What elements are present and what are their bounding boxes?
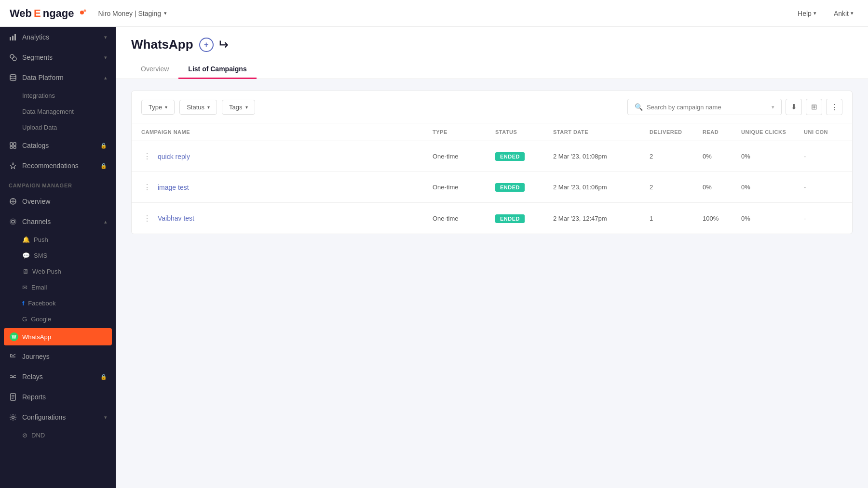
sidebar-item-analytics[interactable]: Analytics ▾ [0, 27, 116, 47]
table-row: ⋮ Vaibhav test One-time ENDED 2 Mar '23,… [132, 203, 852, 234]
sidebar-item-relays[interactable]: Relays 🔒 [0, 367, 116, 387]
export-button[interactable]: ⊞ [806, 99, 822, 115]
relays-icon [9, 372, 17, 381]
search-area: 🔍 ▾ ⬇ ⊞ ⋮ [627, 99, 842, 115]
catalogs-lock-icon: 🔒 [100, 143, 107, 149]
svg-point-1 [83, 9, 86, 12]
campaign-uni-con: - [804, 215, 842, 222]
campaign-status: ENDED [495, 152, 553, 161]
sidebar-item-label: SMS [34, 252, 47, 259]
download-button[interactable]: ⬇ [786, 99, 802, 115]
analytics-icon [9, 33, 17, 41]
sidebar-item-catalogs[interactable]: Catalogs 🔒 [0, 135, 116, 156]
campaign-link[interactable]: image test [158, 184, 189, 191]
sidebar-item-facebook[interactable]: f Facebook [0, 295, 116, 311]
overview-icon [9, 197, 17, 206]
type-filter-button[interactable]: Type ▾ [141, 100, 175, 115]
sidebar-item-overview[interactable]: Overview [0, 191, 116, 211]
data-platform-chevron-icon: ▴ [104, 75, 107, 81]
svg-rect-10 [10, 146, 13, 148]
sidebar-item-label: DND [31, 432, 45, 439]
sidebar-item-configurations[interactable]: Configurations ▾ [0, 407, 116, 427]
sidebar-item-web-push[interactable]: 🖥 Web Push [0, 264, 116, 279]
campaign-manager-label: CAMPAIGN MANAGER [0, 176, 116, 191]
channels-chevron-icon: ▴ [104, 219, 107, 225]
search-chevron-icon: ▾ [772, 104, 774, 110]
campaign-name-cell: ⋮ quick reply [141, 150, 433, 163]
col-read: READ [703, 129, 741, 135]
page-header: WhatsApp + ↵ Overview List of Campaigns [116, 27, 868, 79]
tags-filter-label: Tags [229, 104, 242, 111]
channels-icon [9, 217, 17, 226]
logo: Web E ngage [10, 7, 87, 20]
svg-point-16 [12, 220, 14, 223]
help-button[interactable]: Help ▾ [793, 7, 821, 20]
configurations-icon [9, 413, 17, 422]
main-content: WhatsApp + ↵ Overview List of Campaigns … [116, 27, 868, 488]
sidebar-item-data-platform[interactable]: Data Platform ▴ [0, 67, 116, 88]
sidebar-item-label: Facebook [28, 300, 55, 307]
sidebar-item-data-management[interactable]: Data Management [0, 104, 116, 119]
sidebar-item-label: Journeys [22, 353, 50, 360]
tags-filter-chevron-icon: ▾ [245, 105, 248, 110]
svg-point-17 [10, 219, 16, 224]
relays-lock-icon: 🔒 [100, 374, 107, 380]
sidebar-item-reports[interactable]: Reports [0, 387, 116, 407]
email-icon: ✉ [22, 284, 27, 291]
type-filter-chevron-icon: ▾ [165, 105, 167, 110]
sidebar-item-email[interactable]: ✉ Email [0, 279, 116, 295]
filters-bar: Type ▾ Status ▾ Tags ▾ 🔍 [131, 91, 853, 123]
row-menu-button[interactable]: ⋮ [141, 150, 153, 163]
sidebar-item-dnd[interactable]: ⊘ DND [0, 427, 116, 443]
campaign-name-cell: ⋮ image test [141, 181, 433, 194]
sidebar-item-sms[interactable]: 💬 SMS [0, 248, 116, 264]
workspace-chevron-icon: ▾ [164, 10, 167, 16]
sidebar-item-upload-data[interactable]: Upload Data [0, 119, 116, 135]
sidebar-item-label: Google [31, 316, 51, 323]
arrow-hint-icon: ↵ [217, 37, 229, 53]
user-menu-button[interactable]: Ankit ▾ [829, 7, 858, 20]
sidebar-item-recommendations[interactable]: Recommendations 🔒 [0, 156, 116, 176]
tab-overview[interactable]: Overview [131, 60, 178, 79]
layout: Analytics ▾ Segments ▾ Data Platform ▴ [0, 27, 868, 488]
sidebar-item-push[interactable]: 🔔 Push [0, 232, 116, 248]
search-input[interactable] [647, 104, 768, 111]
sidebar-item-whatsapp[interactable]: W WhatsApp [4, 328, 112, 345]
configurations-chevron-icon: ▾ [104, 414, 107, 421]
sidebar-item-integrations[interactable]: Integrations [0, 88, 116, 104]
content-area: Type ▾ Status ▾ Tags ▾ 🔍 [116, 79, 868, 488]
campaign-start-date: 2 Mar '23, 12:47pm [553, 215, 650, 222]
campaign-unique-clicks: 0% [741, 153, 804, 160]
status-filter-chevron-icon: ▾ [207, 105, 210, 110]
sidebar-item-google[interactable]: G Google [0, 311, 116, 327]
svg-point-5 [10, 54, 14, 58]
push-icon: 🔔 [22, 236, 30, 243]
sidebar-item-journeys[interactable]: Journeys [0, 346, 116, 367]
row-menu-button[interactable]: ⋮ [141, 212, 153, 225]
sidebar-item-channels[interactable]: Channels ▴ [0, 211, 116, 232]
search-icon: 🔍 [635, 103, 643, 111]
segments-chevron-icon: ▾ [104, 54, 107, 61]
sidebar-item-segments[interactable]: Segments ▾ [0, 47, 116, 67]
campaign-type: One-time [433, 153, 495, 160]
search-box: 🔍 ▾ [627, 99, 782, 115]
more-options-icon: ⋮ [831, 103, 838, 111]
sidebar-item-label: Overview [22, 198, 50, 205]
campaign-name-cell: ⋮ Vaibhav test [141, 212, 433, 225]
table-row: ⋮ image test One-time ENDED 2 Mar '23, 0… [132, 172, 852, 203]
status-filter-button[interactable]: Status ▾ [179, 100, 217, 115]
page-tabs: Overview List of Campaigns [131, 60, 853, 79]
tab-list-of-campaigns[interactable]: List of Campaigns [178, 60, 256, 79]
workspace-selector[interactable]: Niro Money | Staging ▾ [98, 10, 167, 17]
sidebar-item-label: Push [34, 236, 48, 243]
campaign-start-date: 2 Mar '23, 01:08pm [553, 153, 650, 160]
row-menu-button[interactable]: ⋮ [141, 181, 153, 194]
add-campaign-button[interactable]: + [199, 38, 214, 52]
more-options-button[interactable]: ⋮ [826, 99, 842, 115]
campaign-status: ENDED [495, 183, 553, 192]
campaign-link[interactable]: Vaibhav test [158, 214, 194, 222]
analytics-chevron-icon: ▾ [104, 34, 107, 40]
campaign-link[interactable]: quick reply [158, 153, 190, 160]
tags-filter-button[interactable]: Tags ▾ [222, 100, 255, 115]
filter-buttons: Type ▾ Status ▾ Tags ▾ [141, 100, 255, 115]
